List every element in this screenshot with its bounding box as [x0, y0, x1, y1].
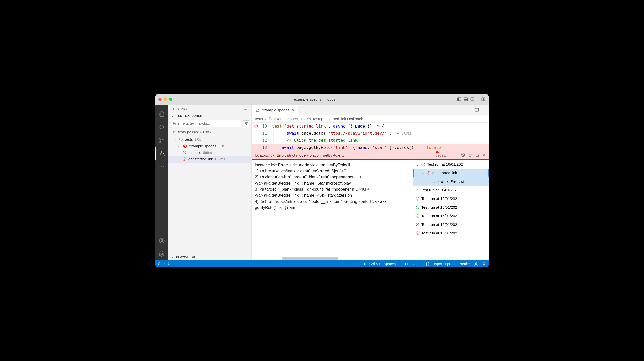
chevron-down-icon: ⌄	[173, 137, 177, 142]
open-external-icon[interactable]	[475, 153, 479, 157]
line-number: 12	[252, 138, 269, 143]
more-icon[interactable]	[155, 160, 168, 173]
minimize-window[interactable]	[164, 98, 167, 101]
breadcrumb-item[interactable]: tests	[255, 117, 263, 121]
sidebar-more-icon[interactable]: ⋯	[244, 107, 247, 111]
fail-icon	[179, 137, 183, 142]
history-icon[interactable]	[461, 153, 465, 157]
status-encoding[interactable]: UTF-8	[403, 262, 414, 266]
run-item-detail[interactable]: locator.click: Error: st	[413, 177, 489, 186]
problem-message[interactable]: locator.click: Error: strict mode violat…	[255, 153, 433, 157]
testing-icon[interactable]	[155, 147, 168, 160]
close-icon[interactable]: ✕	[291, 107, 295, 112]
svg-rect-4	[471, 98, 474, 101]
status-errors[interactable]: 0	[158, 262, 165, 266]
panel-left-icon[interactable]	[457, 97, 462, 101]
error-detail[interactable]: locator.click: Error: strict mode violat…	[252, 160, 413, 260]
breadcrumb-item[interactable]: example.spec.ts	[274, 117, 302, 121]
problem-sub: get st…	[435, 153, 449, 157]
tree-file-example[interactable]: ⌄ example.spec.ts 1.0s	[168, 143, 251, 149]
svg-rect-8	[484, 99, 485, 101]
status-cursor-pos[interactable]: Ln 13, Col 50	[359, 262, 380, 266]
svg-point-20	[161, 253, 163, 255]
filter-icon[interactable]	[243, 120, 249, 127]
close-icon[interactable]: ✕	[482, 153, 486, 158]
scrollbar-thumb[interactable]	[282, 257, 338, 260]
run-item[interactable]: Test run at 16/01/202	[413, 203, 489, 212]
fail-icon[interactable]	[254, 124, 258, 129]
status-prettier[interactable]: ✓ Prettier	[454, 262, 470, 266]
sidebar: TESTING ⋯ ⌄ TEST EXPLORER Filter (e.g. t…	[168, 105, 252, 260]
pass-icon	[182, 150, 187, 155]
line-number: 11	[252, 131, 269, 136]
run-item[interactable]: Test run at 16/01/202	[413, 212, 489, 220]
tree-time: 150ms	[215, 157, 225, 161]
tab-more-icon[interactable]: ⋯	[482, 107, 486, 112]
feedback-icon[interactable]	[474, 262, 478, 266]
titlebar: example.spec.ts — docs	[155, 94, 489, 105]
run-item[interactable]: Test run at 16/01/202	[413, 229, 489, 238]
breadcrumb[interactable]: tests › example.spec.ts › test('get star…	[252, 115, 489, 123]
prev-problem-icon[interactable]: ↑	[451, 153, 453, 158]
run-label: Test run at 16/01/202	[421, 222, 457, 227]
test-explorer-header[interactable]: ⌄ TEST EXPLORER	[168, 113, 251, 119]
customize-layout-icon[interactable]	[481, 97, 486, 101]
test-summary: 0/1 tests passed (0.00%)	[168, 128, 251, 136]
bell-icon[interactable]	[482, 262, 486, 266]
beaker-icon	[255, 107, 260, 112]
breadcrumb-item[interactable]: test('get started link') callback	[313, 117, 363, 121]
run-item[interactable]: Test run at 16/01/202	[413, 194, 489, 203]
status-spaces[interactable]: Spaces: 2	[384, 262, 399, 266]
panel-bottom-icon[interactable]	[464, 97, 468, 101]
code-line-11: │ await page.goto('https://playwright.de…	[269, 131, 489, 136]
run-item[interactable]: ○ Test run at 16/01/202	[413, 186, 489, 194]
status-eol[interactable]: LF	[418, 262, 422, 266]
run-item-selected[interactable]: ⌄ get started link	[413, 169, 489, 177]
window-title: example.spec.ts — docs	[172, 97, 457, 101]
svg-rect-7	[484, 98, 485, 99]
svg-point-39	[168, 264, 169, 265]
code-line-10: test('get started link', async ({ page }…	[269, 124, 489, 129]
fail-icon	[182, 157, 187, 161]
accounts-icon[interactable]	[155, 234, 168, 247]
tab-example-spec[interactable]: example.spec.ts ✕	[252, 105, 298, 115]
run-item[interactable]: Test run at 16/01/202	[413, 220, 489, 229]
next-problem-icon[interactable]: ↓	[456, 153, 458, 158]
error-line: locator.click: Error: strict mode violat…	[255, 162, 410, 168]
run-label: locator.click: Error: st	[429, 179, 464, 184]
run-label: Test run at 16/01/202	[427, 162, 463, 166]
error-line: </a> aka getByRole('link', { name: '46k+…	[255, 192, 410, 198]
settings-icon[interactable]	[155, 247, 168, 260]
tree-folder-tests[interactable]: ⌄ tests 1.0s	[168, 136, 251, 143]
split-editor-icon[interactable]	[474, 107, 479, 112]
beaker-icon	[268, 117, 272, 121]
tree-test-get-started[interactable]: get started link 150ms	[168, 156, 251, 163]
status-braces-icon[interactable]: { }	[426, 262, 429, 266]
playwright-section[interactable]: › PLAYWRIGHT	[168, 254, 251, 260]
run-item[interactable]: ⌄ Test run at 16/01/202	[413, 160, 489, 169]
filter-input[interactable]: Filter (e.g. text, !exclu…	[171, 120, 241, 127]
svg-rect-6	[482, 98, 483, 101]
search-icon[interactable]	[155, 121, 168, 134]
code-line-12: │ // Click the get started link.	[269, 138, 489, 143]
status-language[interactable]: TypeScript	[433, 262, 450, 266]
status-warnings[interactable]: 0	[167, 262, 174, 266]
error-line: 1) <a href="/docs/intro" class="getStart…	[255, 168, 410, 174]
svg-rect-1	[457, 98, 459, 101]
source-control-icon[interactable]	[155, 134, 168, 147]
explorer-icon[interactable]	[155, 107, 168, 121]
svg-point-23	[183, 151, 186, 154]
maximize-window[interactable]	[169, 98, 172, 101]
chevron-down-icon: ⌄	[177, 144, 181, 148]
trash-icon[interactable]	[468, 153, 472, 157]
tree-test-has-title[interactable]: has title 866ms	[168, 149, 251, 156]
panel-right-icon[interactable]	[470, 97, 475, 101]
section-label: TEST EXPLORER	[176, 114, 202, 118]
tree-time: 1.0s	[194, 137, 201, 141]
code-editor[interactable]: 10 test('get started link', async ({ pag…	[252, 123, 489, 151]
svg-line-10	[163, 128, 164, 130]
error-line: </a> aka getByRole('link', { name: 'Star…	[255, 180, 410, 186]
fail-icon	[426, 171, 431, 175]
close-window[interactable]	[158, 98, 162, 101]
error-line: 3) <a target="_blank" class="gh-count" r…	[255, 186, 410, 192]
